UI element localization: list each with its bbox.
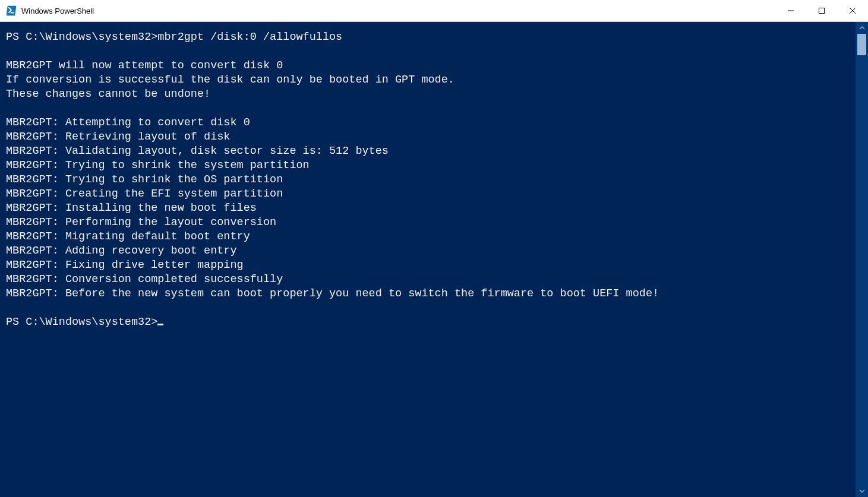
scroll-down-arrow-icon[interactable] (856, 485, 868, 497)
close-button[interactable] (837, 0, 868, 21)
prompt-line: PS C:\Windows\system32> (6, 316, 163, 328)
minimize-button[interactable] (775, 0, 806, 21)
entered-command: mbr2gpt /disk:0 /allowfullos (157, 31, 342, 43)
terminal-area: PS C:\Windows\system32>mbr2gpt /disk:0 /… (0, 22, 868, 497)
terminal-output[interactable]: PS C:\Windows\system32>mbr2gpt /disk:0 /… (0, 22, 856, 497)
scrollbar-track[interactable] (856, 34, 868, 485)
svg-rect-2 (819, 8, 825, 14)
window-controls (775, 0, 868, 21)
window-title: Windows PowerShell (21, 7, 775, 15)
titlebar[interactable]: Windows PowerShell (0, 0, 868, 22)
powershell-icon (6, 5, 17, 16)
scrollbar-thumb[interactable] (857, 34, 866, 55)
prompt-line: PS C:\Windows\system32>mbr2gpt /disk:0 /… (6, 31, 342, 43)
cursor (157, 324, 163, 325)
scrollbar[interactable] (856, 22, 868, 497)
maximize-button[interactable] (806, 0, 837, 21)
output-lines: MBR2GPT will now attempt to convert disk… (6, 59, 659, 300)
scroll-up-arrow-icon[interactable] (856, 22, 868, 34)
